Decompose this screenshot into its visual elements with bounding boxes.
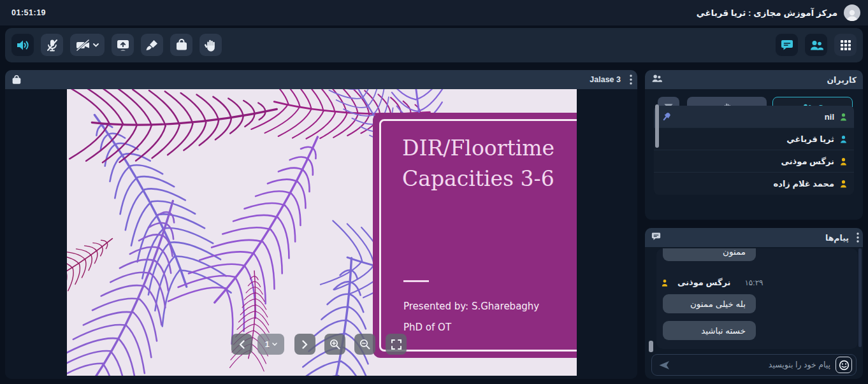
room-title: مرکز آموزش مجازی : ثریا قرباغي xyxy=(697,8,837,18)
user-status-icon xyxy=(661,278,669,287)
user-status-icon xyxy=(839,134,848,144)
users-scrollbar-thumb[interactable] xyxy=(655,104,659,148)
previous-slide-button[interactable] xyxy=(231,334,252,355)
pin-icon xyxy=(662,111,672,124)
slide-page-selector[interactable]: 1 xyxy=(257,334,284,355)
messages-panel-header: پیام‌ها xyxy=(645,228,863,247)
message-list[interactable]: ممنون نرگس موذنی ۱۵:۲۹ بله خیلی ممنون خس… xyxy=(656,248,858,349)
camera-muted-icon xyxy=(76,39,90,51)
users-panel: کاربران ۹ nil ثریا xyxy=(645,70,863,220)
message-bubble: ممنون xyxy=(663,248,756,261)
message-bubble: بله خیلی ممنون xyxy=(663,294,756,313)
camera-button[interactable] xyxy=(70,34,105,56)
slide-presented-by: Presented by: S.Gharebaghy xyxy=(403,301,539,312)
session-timer: 01:51:19 xyxy=(11,8,46,17)
send-message-button[interactable] xyxy=(658,360,670,370)
message-input[interactable] xyxy=(670,360,835,369)
slide-page-number: 1 xyxy=(264,339,269,349)
user-row[interactable]: ثریا قرباغي xyxy=(654,128,854,150)
user-name: nil xyxy=(825,112,834,122)
slide: DIR/Floortime Capacities 3-6 Presented b… xyxy=(67,89,577,376)
next-slide-button[interactable] xyxy=(294,334,315,355)
message-bubble: خسته نباشید xyxy=(663,321,756,340)
user-name: محمد غلام زاده xyxy=(774,179,834,188)
microphone-button[interactable] xyxy=(41,34,63,56)
message-time: ۱۵:۲۹ xyxy=(744,278,763,287)
user-name: نرگس موذنی xyxy=(781,157,834,166)
whiteboard-button[interactable] xyxy=(141,34,163,56)
messages-panel-title: پیام‌ها xyxy=(825,233,849,243)
user-list: nil ثریا قرباغي نرگس موذنی محمد غلام زاد… xyxy=(654,106,854,195)
user-row[interactable]: nil xyxy=(654,106,854,128)
virtual-classroom-app: 01:51:19 مرکز آموزش مجازی : ثریا قرباغي xyxy=(0,0,868,384)
presentation-body: DIR/Floortime Capacities 3-6 Presented b… xyxy=(5,89,637,379)
user-status-icon xyxy=(839,157,848,166)
slide-title: DIR/Floortime Capacities 3-6 xyxy=(402,133,554,194)
users-toggle-button[interactable] xyxy=(805,34,827,56)
avatar[interactable] xyxy=(844,4,860,21)
speaker-button[interactable] xyxy=(11,34,34,56)
user-name: ثریا قرباغي xyxy=(786,134,834,144)
user-status-icon xyxy=(839,112,848,122)
presentation-header: Jalase 3 xyxy=(5,70,637,89)
bag-icon xyxy=(11,75,22,85)
chat-icon xyxy=(781,39,793,51)
person-icon xyxy=(845,8,859,21)
chevron-down-icon xyxy=(93,43,99,47)
slide-title-card: DIR/Floortime Capacities 3-6 Presented b… xyxy=(373,113,577,358)
hand-icon xyxy=(205,39,217,52)
messages-scrollbar-thumb[interactable] xyxy=(649,341,653,352)
screen-share-icon xyxy=(116,39,130,52)
chat-toggle-button[interactable] xyxy=(776,34,798,56)
chevron-right-icon xyxy=(302,340,308,349)
slide-credential: PhD of OT xyxy=(403,322,451,333)
zoom-out-button[interactable] xyxy=(354,334,375,355)
user-row[interactable]: محمد غلام زاده xyxy=(654,173,854,195)
present-screen-button[interactable] xyxy=(112,34,134,56)
microphone-muted-icon xyxy=(46,39,59,52)
library-button[interactable] xyxy=(170,34,192,56)
user-status-icon xyxy=(839,179,848,188)
emoji-button[interactable] xyxy=(835,357,852,373)
panel-toggles xyxy=(776,34,857,56)
layout-grid-button[interactable] xyxy=(834,34,857,56)
action-toolbar xyxy=(5,28,863,62)
zoom-in-button[interactable] xyxy=(324,334,345,355)
messages-panel: پیام‌ها ممنون نرگس موذنی ۱۵:۲۹ بله خیلی … xyxy=(645,228,863,379)
users-icon xyxy=(809,39,823,51)
zoom-out-icon xyxy=(359,339,370,350)
message-sender-name: نرگس موذنی xyxy=(677,278,730,287)
presentation-menu-button[interactable] xyxy=(630,75,632,85)
messages-scrollbar-track[interactable] xyxy=(858,248,862,347)
top-bar-right: مرکز آموزش مجازی : ثریا قرباغي xyxy=(697,4,860,21)
chat-icon xyxy=(651,232,661,243)
paintbrush-icon xyxy=(146,39,159,52)
smiley-icon xyxy=(839,360,850,371)
users-icon xyxy=(651,74,662,85)
media-controls xyxy=(11,34,222,56)
top-bar: 01:51:19 مرکز آموزش مجازی : ثریا قرباغي xyxy=(0,0,868,25)
raise-hand-button[interactable] xyxy=(199,34,222,56)
bag-icon xyxy=(175,39,188,51)
messages-body: ممنون نرگس موذنی ۱۵:۲۹ بله خیلی ممنون خس… xyxy=(645,247,863,379)
fullscreen-button[interactable] xyxy=(386,334,407,355)
slide-divider xyxy=(403,280,429,282)
message-sender-row: نرگس موذنی ۱۵:۲۹ xyxy=(661,278,763,287)
slide-navigation: 1 xyxy=(231,334,407,355)
chevron-left-icon xyxy=(239,340,245,349)
users-panel-title: کاربران xyxy=(827,75,857,85)
speaker-icon xyxy=(16,39,30,51)
messages-menu-button[interactable] xyxy=(857,232,859,243)
fullscreen-icon xyxy=(391,339,401,350)
message-input-row xyxy=(651,354,857,376)
users-panel-header: کاربران xyxy=(645,70,863,89)
presentation-panel: Jalase 3 xyxy=(5,70,637,379)
grid-icon xyxy=(840,39,851,51)
presentation-title: Jalase 3 xyxy=(590,75,621,84)
caret-down-icon xyxy=(272,343,277,346)
zoom-in-icon xyxy=(329,339,340,350)
user-row[interactable]: نرگس موذنی xyxy=(654,150,854,173)
send-icon xyxy=(658,360,670,370)
